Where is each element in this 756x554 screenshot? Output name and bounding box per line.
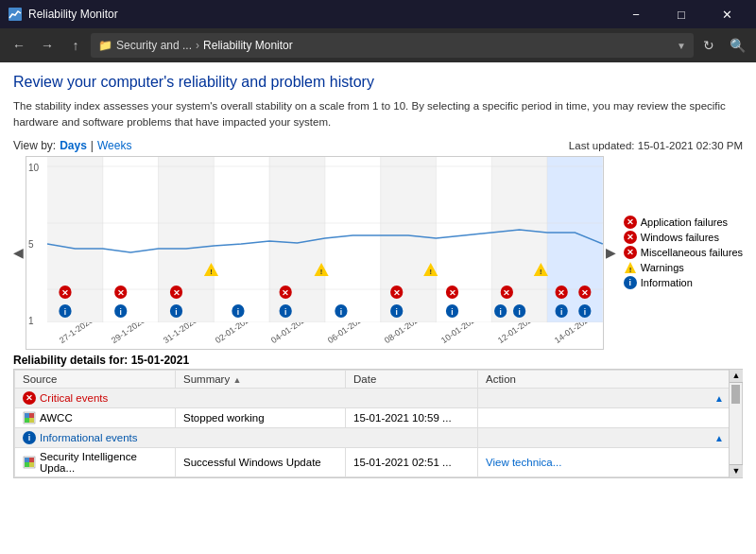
svg-text:i: i: [451, 306, 453, 316]
app-failure-icon: ✕: [624, 216, 637, 229]
svg-rect-78: [29, 413, 34, 418]
maximize-button[interactable]: □: [660, 0, 703, 28]
svg-rect-1: [47, 157, 103, 322]
legend-misc-label: Miscellaneous failures: [641, 247, 743, 258]
svg-rect-6: [325, 157, 381, 322]
address-bar[interactable]: 📁 Security and ... › Reliability Monitor…: [91, 33, 694, 58]
view-weeks-link[interactable]: Weeks: [97, 139, 131, 152]
svg-rect-3: [159, 157, 215, 322]
info-action-cell-0[interactable]: View technica...: [478, 447, 742, 476]
svg-text:✕: ✕: [581, 287, 589, 297]
date-cell-0: 15-01-2021 10:59 ...: [346, 407, 478, 427]
action-cell-0: [478, 407, 742, 427]
x-label-2: 31-1-2020: [162, 322, 198, 345]
x-label-8: 12-01-2021: [496, 322, 537, 345]
legend-info: i Information: [624, 276, 743, 289]
svg-text:i: i: [64, 306, 66, 316]
info-data-row-0[interactable]: Security Intelligence Upda... Successful…: [15, 447, 742, 476]
svg-rect-10: [547, 157, 603, 322]
awcc-icon: [23, 411, 36, 424]
info-source-cell-0: Security Intelligence Upda...: [15, 447, 176, 476]
view-by-label: View by:: [13, 139, 56, 152]
source-text-0: AWCC: [40, 412, 73, 424]
view-days-link[interactable]: Days: [60, 139, 87, 152]
svg-rect-8: [436, 157, 491, 322]
svg-rect-84: [25, 462, 29, 467]
minimize-button[interactable]: −: [614, 0, 658, 28]
x-axis-labels: 27-1-2020 29-1-2020 31-1-2020 02-01-2021…: [47, 322, 603, 349]
view-by-controls: View by: Days | Weeks: [13, 139, 131, 152]
back-button[interactable]: ←: [6, 32, 32, 59]
svg-text:!: !: [429, 267, 432, 275]
svg-text:!: !: [628, 266, 631, 274]
critical-events-label: ✕ Critical events: [23, 391, 470, 405]
chart-nav-left[interactable]: ◀: [13, 156, 26, 350]
breadcrumb-2: Reliability Monitor: [203, 39, 293, 52]
svg-rect-9: [491, 157, 547, 322]
svg-rect-83: [29, 458, 34, 462]
win-failure-icon: ✕: [624, 231, 637, 244]
view-separator: |: [91, 139, 94, 152]
svg-text:i: i: [340, 306, 342, 316]
breadcrumb-1: Security and ...: [116, 39, 192, 52]
critical-events-section[interactable]: ✕ Critical events ▲: [15, 388, 742, 407]
col-source: Source: [15, 370, 176, 388]
critical-data-row-0[interactable]: AWCC Stopped working 15-01-2021 10:59 ..…: [15, 407, 742, 427]
legend-info-label: Information: [641, 277, 693, 288]
misc-failure-icon: ✕: [624, 246, 637, 259]
y-label-5: 5: [28, 239, 45, 250]
svg-text:✕: ✕: [393, 287, 401, 297]
critical-icon: ✕: [23, 391, 36, 405]
x-label-5: 06-01-2021: [326, 322, 367, 345]
svg-text:i: i: [518, 306, 520, 316]
col-date-label: Date: [353, 373, 376, 385]
svg-text:✕: ✕: [503, 287, 510, 297]
folder-icon: 📁: [98, 39, 112, 52]
svg-text:i: i: [120, 306, 122, 316]
forward-button[interactable]: →: [34, 32, 60, 59]
main-content: Review your computer's reliability and p…: [0, 62, 756, 554]
address-chevron: ▼: [677, 41, 686, 51]
info-events-label: i Informational events: [23, 431, 470, 444]
svg-text:✕: ✕: [117, 287, 125, 297]
page-title: Review your computer's reliability and p…: [13, 74, 743, 91]
info-collapse-btn[interactable]: ▲: [478, 427, 742, 447]
scroll-up-btn[interactable]: ▲: [730, 370, 743, 383]
warning-icon: !: [624, 261, 637, 274]
search-button[interactable]: 🔍: [724, 32, 750, 59]
y-label-10: 10: [28, 163, 45, 173]
col-summary: Summary ▲: [176, 370, 346, 388]
x-label-4: 04-01-2021: [269, 322, 310, 345]
svg-rect-7: [381, 157, 437, 322]
details-table: Source Summary ▲ Date Action: [14, 370, 742, 477]
chart-nav-right[interactable]: ▶: [604, 156, 616, 350]
view-technica-link[interactable]: View technica...: [486, 457, 561, 468]
info-icon: i: [624, 276, 637, 289]
scroll-down-btn[interactable]: ▼: [730, 464, 743, 477]
x-label-7: 10-01-2021: [439, 322, 480, 345]
svg-text:i: i: [237, 306, 239, 316]
y-label-1: 1: [28, 316, 45, 326]
up-button[interactable]: ↑: [62, 32, 89, 59]
refresh-button[interactable]: ↻: [696, 32, 722, 59]
critical-collapse-btn[interactable]: ▲: [478, 388, 742, 407]
x-label-0: 27-1-2020: [58, 322, 94, 345]
nav-bar: ← → ↑ 📁 Security and ... › Reliability M…: [0, 28, 756, 62]
title-bar: Reliability Monitor − □ ✕: [0, 0, 756, 28]
svg-rect-4: [214, 157, 269, 322]
info-events-section[interactable]: i Informational events ▲: [15, 427, 742, 447]
legend-win-label: Windows failures: [641, 232, 719, 243]
summary-cell-0: Stopped working: [176, 407, 346, 427]
table-scrollbar[interactable]: ▲ ▼: [729, 370, 742, 477]
source-cell-0: AWCC: [15, 407, 176, 427]
x-label-6: 08-01-2021: [383, 322, 423, 345]
svg-rect-2: [103, 157, 159, 322]
info-summary-cell-0: Successful Windows Update: [176, 447, 346, 476]
app-icon: [8, 7, 23, 22]
svg-rect-82: [25, 458, 29, 462]
window-title: Reliability Monitor: [28, 8, 614, 21]
close-button[interactable]: ✕: [705, 0, 748, 28]
info-date-cell-0: 15-01-2021 02:51 ...: [346, 447, 478, 476]
view-by-row: View by: Days | Weeks Last updated: 15-0…: [13, 139, 743, 152]
svg-text:✕: ✕: [449, 287, 456, 297]
